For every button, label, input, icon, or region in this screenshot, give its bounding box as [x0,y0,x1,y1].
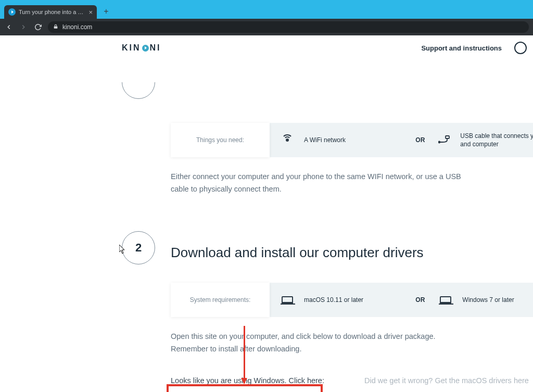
req-label: Things you need: [171,123,270,157]
step1-body: Either connect your computer and your ph… [171,171,462,196]
step2-body: Open this site on your computer, and cli… [171,331,462,356]
usb-text: USB cable that connects your phone and c… [460,132,533,148]
svg-point-2 [439,142,440,143]
address-bar: kinoni.com [0,19,533,35]
forward-button[interactable] [19,22,28,32]
wifi-icon [280,135,295,145]
favicon-icon [8,8,16,16]
logo[interactable]: KINNI [122,43,161,53]
req-label-2: System requirements: [171,283,270,317]
step-2-title: Download and install our computer driver… [171,241,533,261]
windows-prompt: Looks like you are using Windows. Click … [171,376,327,385]
logo-play-icon [142,45,149,52]
window-titlebar [0,0,533,4]
svg-rect-0 [54,27,58,29]
wifi-text: A WiFi network [304,136,346,144]
laptop-icon [280,295,295,305]
url-field[interactable]: kinoni.com [48,21,529,33]
laptop-icon-2 [438,295,453,305]
browser-tab[interactable]: Turn your phone into a wireless w × [4,5,97,19]
wrong-os-prompt: Did we get it wrong? Get the macOS drive… [364,376,529,385]
new-tab-button[interactable]: + [100,5,112,18]
tab-strip: Turn your phone into a wireless w × + [0,4,533,19]
reload-button[interactable] [33,22,43,32]
back-button[interactable] [4,22,14,32]
step2-requirements: System requirements: macOS 10.11 or late… [171,283,533,317]
site-header: KINNI Support and instructions [0,42,533,54]
tab-title: Turn your phone into a wireless w [19,9,85,15]
step1-requirements: Things you need: A WiFi network OR USB c… [171,123,533,157]
lock-icon [53,23,58,31]
url-text: kinoni.com [62,23,92,31]
win-text: Windows 7 or later [462,296,514,304]
usb-icon [438,135,451,145]
or-label-2: OR [412,283,428,317]
globe-icon[interactable] [514,42,527,54]
or-label: OR [412,123,428,157]
mac-text: macOS 10.11 or later [304,296,363,304]
close-icon[interactable]: × [88,8,93,16]
svg-rect-1 [446,136,449,138]
nav-support-link[interactable]: Support and instructions [421,44,502,52]
step-2-circle: 2 [122,231,155,264]
page-content: KINNI Support and instructions Things yo… [0,35,533,392]
